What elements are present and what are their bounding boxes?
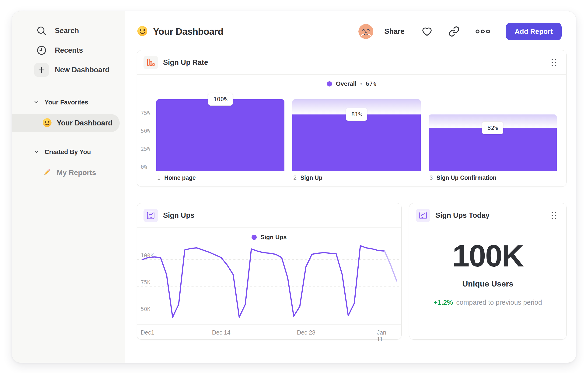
drag-handle-icon[interactable]	[552, 212, 556, 219]
delta-note: compared to previous period	[456, 299, 542, 306]
conversion-chip: 82%	[482, 121, 503, 134]
plus-icon	[34, 63, 49, 77]
x-axis-label: Dec 28	[297, 329, 315, 336]
line-chart-icon	[416, 209, 430, 222]
legend-overall-value: 67%	[366, 81, 376, 87]
legend-series-name: Overall	[336, 80, 356, 87]
funnel-bar	[292, 114, 420, 171]
section-title: Your Favorites	[45, 99, 88, 106]
sidebar-item-search[interactable]: Search	[12, 24, 125, 37]
card-header: Sign Ups	[137, 203, 401, 228]
legend-series-name: Sign Ups	[260, 234, 287, 241]
created-by-you-section-header[interactable]: Created By You	[12, 149, 125, 156]
metric-label: Unique Users	[462, 279, 513, 288]
y-axis-label: 0%	[141, 164, 147, 170]
funnel-bar-home-page[interactable]: 100%	[156, 99, 284, 171]
card-title: Sign Up Rate	[163, 58, 208, 67]
metric-value: 100K	[452, 241, 523, 271]
y-axis-label: 75%	[141, 110, 150, 116]
more-options-icon[interactable]	[475, 28, 491, 35]
sidebar: Search Recents New Dashboard	[12, 11, 125, 363]
sign-ups-today-card: Sign Ups Today 100K Unique Users +1.2%co…	[409, 203, 567, 340]
dashboard-header: Your Dashboard Shar	[125, 11, 576, 49]
sidebar-item-label: New Dashboard	[55, 66, 109, 74]
sidebar-item-label: Search	[55, 27, 79, 35]
step-label: 1 Home page	[156, 174, 284, 181]
funnel-step-labels: 1 Home page 2 Sign Up 3 Sign Up Confirma…	[156, 174, 557, 181]
section-title: Created By You	[45, 149, 91, 156]
funnel-bar	[429, 128, 557, 171]
legend-dot	[252, 235, 257, 240]
conversion-chip: 81%	[346, 108, 367, 121]
delta-percentage: +1.2%	[433, 299, 453, 306]
sidebar-item-label: Your Dashboard	[57, 119, 113, 127]
add-report-button[interactable]: Add Report	[506, 23, 562, 40]
y-axis-label: 50%	[141, 128, 150, 134]
step-number: 2	[293, 174, 297, 181]
drag-handle-icon[interactable]	[552, 59, 556, 66]
avatar[interactable]	[358, 24, 373, 39]
clock-icon	[34, 44, 49, 57]
search-icon	[34, 24, 49, 38]
card-header: Sign Ups Today	[409, 203, 566, 228]
legend-dot	[327, 81, 332, 87]
step-name: Sign Up Confirmation	[437, 174, 496, 181]
share-button[interactable]: Share	[385, 27, 405, 36]
app-window: Search Recents New Dashboard	[12, 11, 576, 363]
copy-link-icon[interactable]	[449, 26, 460, 37]
funnel-bar-sign-up[interactable]: 81%	[292, 99, 420, 171]
funnel-chart-icon	[144, 56, 158, 69]
sidebar-section-favorites: Your Favorites Your Dashboard	[12, 99, 125, 132]
x-axis-label: Dec 14	[212, 329, 230, 336]
sidebar-item-your-dashboard[interactable]: Your Dashboard	[12, 114, 120, 132]
chevron-down-icon	[33, 99, 39, 106]
step-label: 3 Sign Up Confirmation	[429, 174, 557, 181]
card-title: Sign Ups Today	[435, 211, 490, 220]
sidebar-item-new-dashboard[interactable]: New Dashboard	[12, 63, 125, 76]
funnel-bar-sign-up-confirmation[interactable]: 82%	[429, 99, 557, 171]
x-axis-label: Dec1	[141, 329, 154, 336]
metric-body: 100K Unique Users +1.2%compared to previ…	[409, 241, 566, 306]
step-name: Home page	[164, 174, 196, 181]
sidebar-item-my-reports[interactable]: My Reports	[12, 164, 125, 182]
line-chart-icon	[144, 209, 158, 222]
chevron-down-icon	[33, 149, 39, 156]
page-title: Your Dashboard	[153, 26, 223, 37]
funnel-plot: 100% 81% 82%	[156, 99, 557, 171]
sign-up-rate-card: Sign Up Rate Overall • 67% 75% 50% 25% 0…	[137, 50, 567, 187]
sign-ups-card: Sign Ups Sign Ups 100K 75K 50K Dec1 Dec …	[137, 203, 402, 340]
metric-delta-row: +1.2%compared to previous period	[433, 299, 542, 306]
x-axis-label: Jan 11	[377, 329, 393, 343]
sidebar-item-label: Recents	[55, 46, 83, 55]
smiley-emoji	[137, 25, 148, 38]
card-title: Sign Ups	[163, 211, 194, 220]
step-number: 1	[157, 174, 160, 181]
favorite-heart-icon[interactable]	[421, 26, 433, 37]
conversion-chip: 100%	[208, 93, 233, 106]
screen: Search Recents New Dashboard	[0, 0, 588, 373]
y-axis-label: 25%	[141, 146, 150, 152]
sidebar-section-created-by-you: Created By You	[12, 149, 125, 182]
step-number: 3	[430, 174, 433, 181]
funnel-legend: Overall • 67%	[137, 80, 566, 87]
main-content: Your Dashboard Shar	[125, 11, 576, 363]
legend-separator: •	[360, 81, 362, 87]
step-label: 2 Sign Up	[292, 174, 420, 181]
favorites-section-header[interactable]: Your Favorites	[12, 99, 125, 106]
card-header: Sign Up Rate	[137, 50, 566, 75]
pencil-emoji	[42, 167, 52, 178]
funnel-bar	[156, 99, 284, 171]
line-chart-svg	[137, 242, 401, 324]
line-legend: Sign Ups	[137, 234, 401, 241]
sidebar-item-label: My Reports	[57, 169, 96, 177]
smiley-emoji	[42, 118, 52, 129]
step-name: Sign Up	[300, 174, 322, 181]
sidebar-item-recents[interactable]: Recents	[12, 44, 125, 57]
line-chart-plot[interactable]	[137, 242, 401, 325]
